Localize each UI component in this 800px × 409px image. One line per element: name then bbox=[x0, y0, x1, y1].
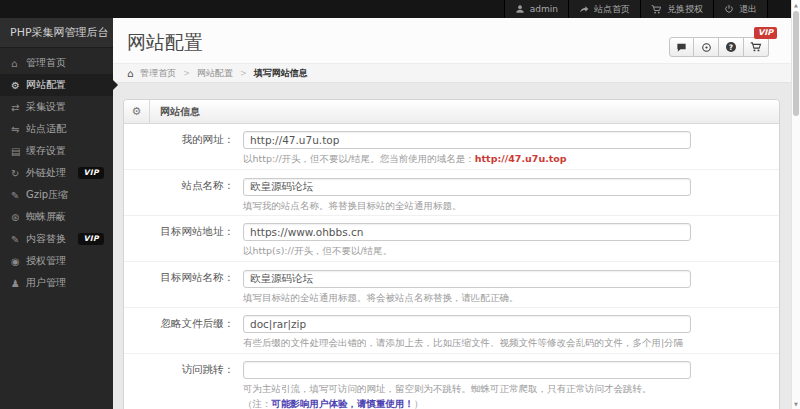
question-icon: ? bbox=[726, 42, 736, 52]
topbar-exchange-license[interactable]: 兑换授权 bbox=[640, 0, 713, 18]
sidebar-item-cache-settings[interactable]: ▤ 缓存设置 bbox=[0, 140, 113, 162]
form-row-target-name: 目标网站名称： 填写目标站的全站通用标题。将会被站点名称替换，请匹配正确。 bbox=[124, 262, 779, 309]
active-item-arrow bbox=[113, 80, 118, 90]
field-help: 填写目标站的全站通用标题。将会被站点名称替换，请匹配正确。 bbox=[243, 292, 691, 304]
sidebar-item-collect-settings[interactable]: ⇄ 采集设置 bbox=[0, 96, 113, 118]
topbar-logout-label: 退出 bbox=[739, 3, 757, 16]
scroll-up-arrow-icon[interactable]: ▲ bbox=[792, 2, 800, 8]
topbar-admin-label: admin bbox=[530, 4, 558, 14]
breadcrumb-item-current: 填写网站信息 bbox=[254, 67, 308, 80]
refresh-icon: ↻ bbox=[11, 168, 26, 179]
header-action-buttons: ? bbox=[669, 37, 769, 57]
comment-button[interactable] bbox=[669, 37, 694, 57]
topbar-admin[interactable]: admin bbox=[504, 0, 568, 18]
pencil-icon: ✎ bbox=[11, 190, 26, 201]
comment-icon bbox=[676, 38, 687, 57]
power-icon bbox=[724, 4, 734, 14]
topbar-logout[interactable]: 退出 bbox=[713, 0, 768, 18]
field-help: 填写我的站点名称。将替换目标站的全站通用标题。 bbox=[243, 200, 691, 212]
app-logo: PHP采集网管理后台 bbox=[0, 18, 113, 48]
breadcrumb-separator: > bbox=[240, 69, 247, 78]
sidebar-item-gzip[interactable]: ✎ Gzip压缩 bbox=[0, 184, 113, 206]
breadcrumb-item-site-config[interactable]: 网站配置 bbox=[197, 67, 233, 80]
field-label: 目标网站名称： bbox=[124, 267, 234, 304]
panel-header: ⚙ 网站信息 bbox=[124, 100, 779, 124]
ignore-ext-input[interactable] bbox=[243, 315, 691, 333]
form-row-redirect: 访问跳转： 可为主站引流，填写可访问的网址，留空则为不跳转。蜘蛛可正常爬取，只有… bbox=[124, 354, 779, 409]
breadcrumb-item-dashboard[interactable]: 管理首页 bbox=[140, 67, 176, 80]
field-help: 可为主站引流，填写可访问的网址，留空则为不跳转。蜘蛛可正常爬取，只有正常访问才会… bbox=[243, 383, 691, 395]
field-label: 目标网站地址： bbox=[124, 221, 234, 257]
form-row-my-url: 我的网址： 以http://开头，但不要以/结尾。您当前使用的域名是：http:… bbox=[124, 124, 779, 170]
license-icon: ◉ bbox=[11, 256, 26, 267]
vip-ribbon: VIP bbox=[754, 27, 777, 39]
field-label: 我的网址： bbox=[124, 129, 234, 165]
sidebar-item-license-manage[interactable]: ◉ 授权管理 bbox=[0, 250, 113, 272]
sidebar-item-content-replace[interactable]: ✎ 内容替换 VIP bbox=[0, 228, 113, 250]
page-title: 网站配置 bbox=[127, 30, 203, 56]
sidebar-menu: ⌂ 管理首页 ⚙ 网站配置 ⇄ 采集设置 ⇋ 站点适配 ▤ 缓存设置 ↻ bbox=[0, 48, 113, 294]
vip-badge: VIP bbox=[78, 167, 104, 179]
redirect-input[interactable] bbox=[243, 361, 691, 379]
field-label: 忽略文件后缀： bbox=[124, 313, 234, 349]
gear-icon: ⚙ bbox=[11, 80, 26, 91]
vertical-scrollbar: ▲ ▼ bbox=[791, 0, 800, 409]
target-url-input[interactable] bbox=[243, 223, 691, 241]
form-row-target-url: 目标网站地址： 以http(s)://开头，但不要以/结尾。 bbox=[124, 216, 779, 262]
sidebar-item-dashboard[interactable]: ⌂ 管理首页 bbox=[0, 52, 113, 74]
warning-highlight: 可能影响用户体验，请慎重使用！ bbox=[272, 398, 415, 409]
goto-site-icon bbox=[579, 4, 589, 14]
form-row-ignore-ext: 忽略文件后缀： 有些后缀的文件处理会出错的，请添加上去，比如压缩文件、视频文件等… bbox=[124, 308, 779, 354]
breadcrumb-separator: > bbox=[183, 69, 190, 78]
sidebar: PHP采集网管理后台 ⌂ 管理首页 ⚙ 网站配置 ⇄ 采集设置 ⇋ 站点适配 ▤… bbox=[0, 18, 113, 409]
target-name-input[interactable] bbox=[243, 270, 691, 288]
user-icon: ♟ bbox=[11, 278, 26, 289]
site-info-panel: ⚙ 网站信息 我的网址： 以http://开头，但不要以/结尾。您当前使用的域名… bbox=[123, 99, 780, 409]
vip-badge: VIP bbox=[78, 233, 104, 245]
field-help: 以http://开头，但不要以/结尾。您当前使用的域名是：http://47.u… bbox=[243, 153, 691, 165]
admin-app: admin 站点首页 兑换授权 退出 PHP采集网管理后台 ⌂ 管理首页 bbox=[0, 0, 800, 409]
field-help: 有些后缀的文件处理会出错的，请添加上去，比如压缩文件、视频文件等修改会乱码的文件… bbox=[243, 337, 691, 349]
adapt-icon: ⇋ bbox=[11, 124, 26, 135]
topbar-menu: admin 站点首页 兑换授权 退出 bbox=[504, 0, 768, 18]
cart-icon bbox=[750, 38, 762, 57]
sidebar-item-user-manage[interactable]: ♟ 用户管理 bbox=[0, 272, 113, 294]
sidebar-item-outlink[interactable]: ↻ 外链处理 VIP bbox=[0, 162, 113, 184]
current-domain-highlight: http://47.u7u.top bbox=[475, 153, 567, 164]
user-icon bbox=[515, 4, 525, 14]
question-button[interactable]: ? bbox=[719, 37, 744, 57]
clock-icon bbox=[701, 38, 712, 57]
form-row-site-name: 站点名称： 填写我的站点名称。将替换目标站的全站通用标题。 bbox=[124, 170, 779, 217]
page-header: 网站配置 VIP ? bbox=[113, 18, 791, 63]
main-area: 网站配置 VIP ? ⌂ 管理首页 > 网站配置 bbox=[113, 18, 791, 409]
replace-icon: ✎ bbox=[11, 234, 26, 245]
panel-title: 网站信息 bbox=[150, 105, 200, 119]
gear-icon: ⚙ bbox=[124, 100, 150, 123]
topbar-site-home-label: 站点首页 bbox=[594, 3, 630, 16]
clock-button[interactable] bbox=[694, 37, 719, 57]
scroll-down-arrow-icon[interactable]: ▼ bbox=[792, 401, 800, 407]
scrollbar-thumb[interactable] bbox=[793, 11, 799, 116]
site-name-input[interactable] bbox=[243, 178, 691, 196]
cart-icon bbox=[651, 4, 662, 15]
field-help: 以http(s)://开头，但不要以/结尾。 bbox=[243, 245, 691, 257]
sidebar-item-site-config[interactable]: ⚙ 网站配置 bbox=[0, 74, 113, 96]
cache-icon: ▤ bbox=[11, 146, 26, 157]
topbar-exchange-label: 兑换授权 bbox=[667, 3, 703, 16]
sidebar-item-spider-block[interactable]: ⊛ 蜘蛛屏蔽 bbox=[0, 206, 113, 228]
field-label: 站点名称： bbox=[124, 175, 234, 212]
collect-icon: ⇄ bbox=[11, 102, 26, 113]
home-icon: ⌂ bbox=[11, 58, 26, 69]
my-url-input[interactable] bbox=[243, 131, 691, 149]
cart-button[interactable] bbox=[744, 37, 769, 57]
topbar-site-home[interactable]: 站点首页 bbox=[568, 0, 640, 18]
field-label: 访问跳转： bbox=[124, 359, 234, 409]
content-area: ⚙ 网站信息 我的网址： 以http://开头，但不要以/结尾。您当前使用的域名… bbox=[113, 83, 791, 409]
sidebar-item-site-adapt[interactable]: ⇋ 站点适配 bbox=[0, 118, 113, 140]
breadcrumb: ⌂ 管理首页 > 网站配置 > 填写网站信息 bbox=[113, 63, 791, 83]
home-icon: ⌂ bbox=[127, 68, 133, 79]
field-help-note: （注：可能影响用户体验，请慎重使用！） bbox=[243, 398, 691, 409]
spider-icon: ⊛ bbox=[11, 212, 26, 223]
topbar: admin 站点首页 兑换授权 退出 bbox=[0, 0, 800, 18]
